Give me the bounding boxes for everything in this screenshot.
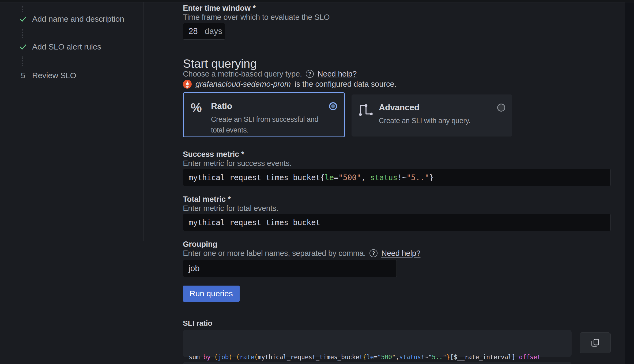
sidebar-step-review-slo[interactable]: 5 Review SLO	[18, 70, 76, 81]
start-querying-title: Start querying	[183, 57, 257, 71]
next-code-block-partial	[183, 362, 572, 364]
grouping-value: job	[188, 264, 199, 273]
datasource-suffix: is the configured data source.	[295, 79, 396, 89]
query-type-subtitle: Choose a metric-based query type.	[183, 69, 302, 79]
prometheus-icon	[183, 80, 192, 89]
advanced-radio-unselected[interactable]	[497, 104, 505, 112]
slo-wizard-page: Add name and description Add SLO alert r…	[0, 0, 634, 364]
sli-ratio-label: SLI ratio	[183, 318, 212, 328]
query-type-subtitle-row: Choose a metric-based query type. ? Need…	[183, 69, 357, 79]
step-number: 5	[18, 71, 28, 80]
step-connector	[22, 6, 23, 12]
copy-button[interactable]	[580, 332, 611, 353]
ratio-card-title: Ratio	[211, 100, 326, 112]
help-circle-icon[interactable]: ?	[369, 249, 378, 257]
need-help-link[interactable]: Need help?	[318, 69, 357, 79]
total-metric-input[interactable]: mythical_request_times_bucket	[183, 214, 611, 231]
check-icon	[18, 15, 28, 23]
top-divider-bar	[0, 0, 634, 2]
time-window-description: Time frame over which to evaluate the SL…	[183, 12, 330, 22]
advanced-option-card[interactable]: Advanced Create an SLI with any query.	[352, 94, 512, 136]
ratio-radio-selected[interactable]	[329, 102, 337, 110]
sli-ratio-code-block: sum by (job) (rate(mythical_request_time…	[183, 330, 572, 357]
step-label: Add name and description	[32, 14, 124, 24]
time-window-unit: days	[205, 26, 222, 36]
step-connector	[22, 29, 23, 38]
percent-icon: %	[191, 100, 211, 115]
time-window-label: Enter time window *	[183, 3, 256, 13]
success-metric-input[interactable]: mythical_request_times_bucket{le="500", …	[183, 169, 611, 186]
grouping-description-row: Enter one or more label names, separated…	[183, 248, 420, 258]
grouping-label: Grouping	[183, 239, 217, 249]
time-window-input[interactable]: 28 days	[183, 23, 225, 40]
success-metric-label: Success metric *	[183, 149, 244, 159]
sidebar-step-name-description[interactable]: Add name and description	[18, 13, 124, 25]
scrollbar-track[interactable]	[625, 2, 634, 364]
sidebar-step-alert-rules[interactable]: Add SLO alert rules	[18, 41, 101, 53]
datasource-name: grafanacloud-sedemo-prom	[195, 79, 291, 89]
wizard-main-content: Enter time window * Time frame over whic…	[183, 0, 611, 364]
need-help-link[interactable]: Need help?	[381, 248, 420, 258]
grouping-input[interactable]: job	[183, 260, 397, 277]
check-icon	[18, 43, 28, 51]
query-type-options: % Ratio Create an SLI from successful an…	[183, 92, 611, 141]
wizard-stepper-sidebar: Add name and description Add SLO alert r…	[0, 2, 144, 241]
datasource-row: grafanacloud-sedemo-prom is the configur…	[183, 79, 397, 89]
run-queries-button[interactable]: Run queries	[183, 286, 240, 302]
step-label: Add SLO alert rules	[32, 42, 101, 51]
time-window-value: 28	[188, 26, 198, 36]
copy-icon	[590, 338, 600, 348]
step-line-icon	[358, 101, 379, 117]
ratio-option-card[interactable]: % Ratio Create an SLI from successful an…	[183, 92, 345, 137]
total-metric-label: Total metric *	[183, 194, 231, 204]
advanced-card-description: Create an SLI with any query.	[379, 115, 494, 126]
step-label: Review SLO	[32, 71, 76, 80]
advanced-card-body: Advanced Create an SLI with any query.	[379, 101, 494, 126]
ratio-card-description: Create an SLI from successful and total …	[211, 114, 326, 135]
success-metric-description: Enter metric for success events.	[183, 158, 292, 168]
help-circle-icon[interactable]: ?	[306, 70, 314, 78]
advanced-card-title: Advanced	[379, 101, 494, 113]
grouping-description: Enter one or more label names, separated…	[183, 248, 366, 258]
step-connector	[22, 56, 23, 66]
total-metric-description: Enter metric for total events.	[183, 203, 278, 213]
total-metric-value: mythical_request_times_bucket	[188, 218, 320, 227]
sli-ratio-code-line-1: sum by (job) (rate(mythical_request_time…	[189, 352, 566, 362]
ratio-card-body: Ratio Create an SLI from successful and …	[211, 100, 326, 135]
success-metric-value: mythical_request_times_bucket{le="500", …	[188, 173, 434, 182]
